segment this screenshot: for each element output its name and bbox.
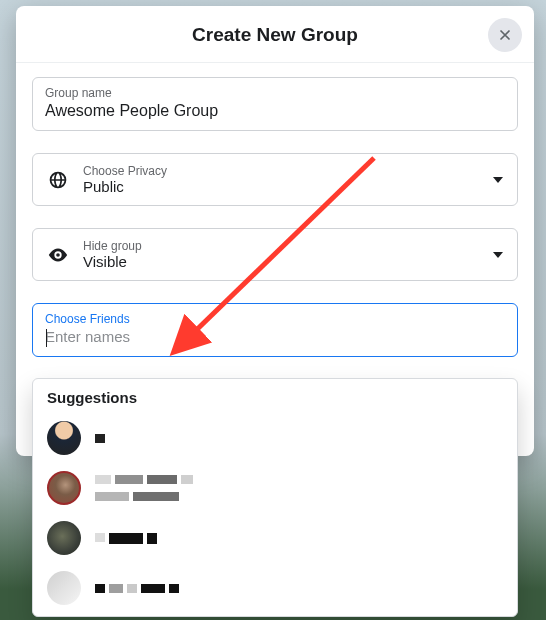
modal-title: Create New Group [16,24,534,46]
group-name-input[interactable] [45,102,505,120]
group-name-field[interactable]: Group name [32,77,518,131]
group-name-label: Group name [45,86,505,100]
modal-body: Group name Choose Privacy Public Hide gr… [16,63,534,363]
chevron-down-icon [493,252,503,258]
redacted-name [95,434,105,443]
privacy-dropdown[interactable]: Choose Privacy Public [32,153,518,206]
avatar [47,471,81,505]
friends-input[interactable] [45,328,505,345]
avatar [47,421,81,455]
suggestions-title: Suggestions [47,389,503,406]
chevron-down-icon [493,177,503,183]
avatar [47,571,81,605]
friends-label: Choose Friends [45,312,505,326]
choose-friends-field[interactable]: Choose Friends [32,303,518,357]
suggestion-item[interactable] [47,416,503,460]
hide-value: Visible [83,253,493,270]
suggestion-item[interactable] [47,516,503,560]
globe-icon [47,169,69,191]
close-icon [496,26,514,44]
hide-group-dropdown[interactable]: Hide group Visible [32,228,518,281]
text-cursor [46,329,47,347]
redacted-name [95,533,157,544]
avatar [47,521,81,555]
suggestions-panel: Suggestions [32,378,518,617]
redacted-name [95,584,179,593]
eye-icon [47,244,69,266]
hide-label: Hide group [83,239,493,253]
bottom-strip [92,602,192,616]
modal-header: Create New Group [16,6,534,63]
redacted-name [95,475,255,501]
privacy-value: Public [83,178,493,195]
privacy-label: Choose Privacy [83,164,493,178]
close-button[interactable] [488,18,522,52]
suggestion-item[interactable] [47,466,503,510]
